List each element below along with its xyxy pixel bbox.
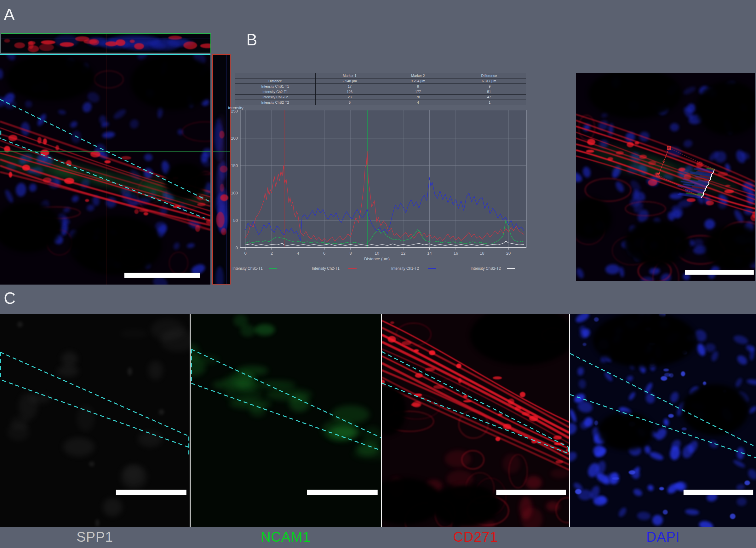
svg-text:0: 0: [244, 251, 246, 255]
cell-marker1: 5: [316, 100, 384, 105]
table-header-difference: Difference: [452, 73, 526, 78]
panel-c-ncam1-image: [191, 314, 381, 527]
table-row: Intensity Ch1-T2 23 70 47: [235, 94, 526, 100]
svg-text:2: 2: [271, 251, 273, 255]
panel-b-label: B: [246, 31, 257, 48]
panel-c-label: C: [4, 290, 16, 306]
svg-text:6: 6: [323, 251, 325, 255]
cell-marker1: 17: [316, 84, 384, 89]
row-label: Intensity Ch1-T2: [235, 94, 316, 100]
cell-difference: 47: [452, 94, 526, 100]
caption-ncam1: NCAM1: [191, 527, 381, 548]
figure: A B Marker 1 Marker 2 Difference Distanc…: [0, 0, 756, 548]
roi-confocal-image: [576, 73, 755, 281]
intensity-profile-plot: 02468101214161820050100150200250Intensit…: [227, 106, 529, 274]
cell-difference: 6.317 µm: [452, 78, 526, 84]
svg-text:18: 18: [480, 251, 484, 255]
svg-text:Intensity ChS1-T1: Intensity ChS1-T1: [232, 266, 263, 271]
intensity-profile-chart: 02468101214161820050100150200250Intensit…: [227, 106, 529, 274]
marker-measurement-table: Marker 1 Marker 2 Difference Distance 2.…: [235, 73, 526, 105]
caption-dapi: DAPI: [570, 527, 756, 548]
cell-marker2: 177: [384, 89, 452, 94]
cell-marker2: 70: [384, 94, 452, 100]
svg-text:10: 10: [375, 251, 379, 255]
row-label: Intensity ChS2-T2: [235, 100, 316, 105]
panel-b-roi-confocal-image: [576, 73, 755, 281]
svg-text:20: 20: [506, 251, 511, 255]
panel-a-merged-confocal-image: [0, 54, 210, 285]
svg-text:150: 150: [231, 163, 238, 168]
panel-a-label: A: [4, 6, 15, 23]
cell-marker1: 23: [316, 94, 384, 100]
caption-cd271: CD271: [382, 527, 569, 548]
svg-text:12: 12: [401, 251, 405, 255]
svg-text:Intensity: Intensity: [228, 106, 243, 110]
cd271-channel-image: [382, 314, 569, 527]
cell-marker2: 4: [384, 100, 452, 105]
panel-c-spp1-image: [0, 314, 190, 527]
row-label: Distance: [235, 78, 316, 84]
row-label: Intensity ChS1-T1: [235, 84, 316, 89]
table-header-marker2: Marker 2: [384, 73, 452, 78]
table-header-marker1: Marker 1: [316, 73, 384, 78]
svg-text:Intensity ChS2-T2: Intensity ChS2-T2: [471, 266, 501, 271]
table-row: Intensity Ch2-T1 126 177 51: [235, 89, 526, 94]
spp1-channel-image: [0, 314, 190, 527]
cell-marker2: 8: [384, 84, 452, 89]
svg-text:200: 200: [231, 136, 238, 140]
cell-difference: 51: [452, 89, 526, 94]
cell-difference: -1: [452, 100, 526, 105]
svg-text:4: 4: [297, 251, 299, 255]
panel-c-dapi-image: [570, 314, 756, 527]
xz-strip-image: [1, 34, 210, 53]
row-label: Intensity Ch2-T1: [235, 89, 316, 94]
svg-text:Distance (µm): Distance (µm): [364, 256, 390, 261]
panel-c-cd271-image: [382, 314, 569, 527]
svg-text:8: 8: [349, 251, 352, 255]
panel-a-xz-ortho-strip: [1, 33, 211, 53]
dapi-channel-image: [570, 314, 756, 527]
svg-text:14: 14: [427, 251, 432, 255]
svg-text:16: 16: [454, 251, 458, 255]
table-header-empty: [235, 73, 316, 78]
cell-difference: -9: [452, 84, 526, 89]
merged-confocal-image: [0, 55, 210, 285]
svg-text:Intensity Ch2-T1: Intensity Ch2-T1: [312, 266, 340, 271]
svg-text:Intensity Ch1-T2: Intensity Ch1-T2: [391, 266, 419, 271]
cell-marker1: 2.948 µm: [316, 78, 384, 84]
caption-spp1: SPP1: [0, 527, 190, 548]
cell-marker2: 9.264 µm: [384, 78, 452, 84]
svg-text:0: 0: [236, 245, 238, 250]
cell-marker1: 126: [316, 89, 384, 94]
svg-text:50: 50: [233, 218, 238, 223]
table-row: Distance 2.948 µm 9.264 µm 6.317 µm: [235, 78, 526, 84]
table-row: Intensity ChS1-T1 17 8 -9: [235, 84, 526, 89]
table-header-row: Marker 1 Marker 2 Difference: [235, 73, 526, 78]
svg-text:100: 100: [231, 191, 238, 195]
ncam1-channel-image: [191, 314, 381, 527]
table-row: Intensity ChS2-T2 5 4 -1: [235, 100, 526, 105]
